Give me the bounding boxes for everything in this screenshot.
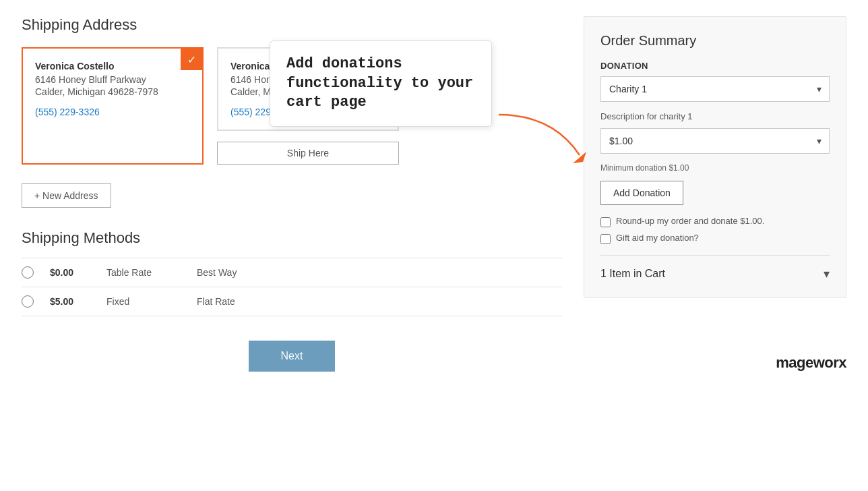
- shipping-methods-title: Shipping Methods: [22, 229, 562, 247]
- round-up-label[interactable]: Round-up my order and donate $1.00.: [616, 216, 764, 226]
- gift-aid-row: Gift aid my donation?: [600, 233, 830, 244]
- min-donation-text: Minimum donation $1.00: [600, 163, 830, 173]
- round-up-checkbox[interactable]: [600, 217, 611, 227]
- shipping-method-radio-1[interactable]: [22, 295, 34, 308]
- address-phone-1: (555) 229-3326: [35, 107, 190, 117]
- order-summary-title: Order Summary: [600, 33, 830, 49]
- address-street-1: 6146 Honey Bluff Parkway: [35, 74, 190, 85]
- shipping-method-name-1: Fixed: [106, 296, 181, 307]
- amount-select-wrapper: $1.00 $2.00 $5.00 $10.00 ▾: [600, 128, 830, 154]
- shipping-method-carrier-0: Best Way: [197, 267, 237, 278]
- items-in-cart-chevron-icon: ▾: [824, 266, 830, 281]
- shipping-method-price-0: $0.00: [50, 267, 90, 278]
- gift-aid-checkbox[interactable]: [600, 234, 611, 244]
- address-name-1: Veronica Costello: [35, 61, 190, 71]
- shipping-method-row-0: $0.00 Table Rate Best Way: [22, 258, 562, 287]
- shipping-method-price-1: $5.00: [50, 296, 90, 307]
- shipping-method-name-0: Table Rate: [106, 267, 181, 278]
- address-card-1[interactable]: ✓ Veronica Costello 6146 Honey Bluff Par…: [22, 47, 204, 165]
- shipping-method-row-1: $5.00 Fixed Flat Rate: [22, 287, 562, 316]
- mageworx-logo: mageworx: [776, 354, 846, 372]
- round-up-row: Round-up my order and donate $1.00.: [600, 216, 830, 227]
- items-in-cart-row[interactable]: 1 Item in Cart ▾: [600, 255, 830, 281]
- add-donation-button[interactable]: Add Donation: [600, 181, 683, 205]
- donation-label: Donation: [600, 61, 830, 71]
- next-button[interactable]: Next: [249, 341, 336, 372]
- ship-here-button[interactable]: Ship Here: [217, 142, 399, 165]
- page-title: Shipping Address: [22, 16, 562, 34]
- tooltip-arrow: [499, 108, 607, 175]
- address-city-1: Calder, Michigan 49628-7978: [35, 86, 190, 97]
- charity-description: Description for charity 1: [600, 111, 830, 121]
- shipping-method-radio-0[interactable]: [22, 266, 34, 279]
- shipping-methods-list: $0.00 Table Rate Best Way $5.00 Fixed Fl…: [22, 258, 562, 316]
- new-address-button[interactable]: + New Address: [22, 183, 111, 208]
- charity-select[interactable]: Charity 1 Charity 2 Charity 3: [600, 76, 830, 102]
- selected-check-icon: ✓: [181, 49, 202, 70]
- order-summary-panel: Order Summary Donation Charity 1 Charity…: [584, 16, 846, 372]
- items-in-cart-label: 1 Item in Cart: [600, 268, 665, 280]
- charity-select-wrapper: Charity 1 Charity 2 Charity 3 ▾: [600, 76, 830, 102]
- amount-select[interactable]: $1.00 $2.00 $5.00 $10.00: [600, 128, 830, 154]
- svg-marker-0: [573, 152, 586, 163]
- tooltip-bubble: Add donations functionality to your cart…: [270, 40, 492, 127]
- tooltip-text: Add donations functionality to your cart…: [286, 55, 475, 113]
- gift-aid-label[interactable]: Gift aid my donation?: [616, 233, 699, 243]
- shipping-method-carrier-1: Flat Rate: [197, 296, 235, 307]
